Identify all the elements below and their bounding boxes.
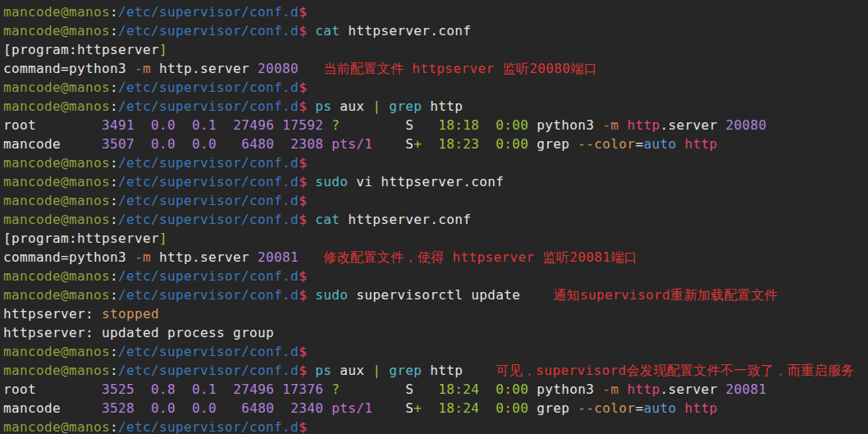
text-segment — [176, 136, 192, 152]
text-segment: 0.0 — [192, 400, 217, 416]
text-segment: aux — [331, 363, 372, 378]
text-segment: S — [340, 381, 438, 397]
text-segment: root — [3, 381, 102, 397]
text-segment: pts/1 — [331, 400, 372, 416]
text-segment: : — [110, 419, 118, 434]
text-segment: $ — [299, 268, 307, 284]
text-segment: [program:httpserver — [3, 42, 159, 57]
text-segment — [217, 117, 233, 133]
terminal-line: mancode@manos:/etc/supervisor/conf.d$ su… — [3, 172, 868, 191]
text-segment: /etc/supervisor/conf.d — [118, 268, 299, 284]
text-segment: -m — [135, 61, 151, 76]
text-segment: mancode@manos — [3, 363, 110, 378]
text-segment: 20080 — [725, 117, 766, 133]
text-segment: /etc/supervisor/conf.d — [118, 193, 299, 208]
text-segment — [274, 400, 290, 416]
text-segment — [135, 381, 151, 397]
text-segment: 0.1 — [192, 381, 217, 397]
text-segment: 0.0 — [151, 117, 176, 133]
text-segment: --color — [578, 400, 635, 416]
text-segment: + — [413, 400, 422, 416]
terminal-line: httpserver: stopped — [3, 304, 868, 323]
text-segment: /etc/supervisor/conf.d — [118, 23, 299, 39]
terminal-output: mancode@manos:/etc/supervisor/conf.d$man… — [0, 0, 868, 434]
text-segment — [422, 400, 438, 416]
text-segment — [381, 98, 389, 114]
text-segment: httpserver.conf — [340, 212, 471, 227]
text-segment: 3528 — [102, 400, 135, 416]
text-segment: + — [413, 136, 422, 152]
text-segment: 18:23 — [438, 136, 479, 152]
text-segment: 6480 — [241, 136, 274, 152]
text-segment: mancode@manos — [3, 4, 110, 20]
text-segment — [479, 381, 496, 397]
text-segment: | — [372, 98, 381, 114]
text-segment — [479, 117, 496, 133]
text-segment: 20081 — [725, 381, 766, 397]
annotation-text: 通知supervisord重新加载配置文件 — [520, 287, 778, 303]
text-segment: grep — [389, 98, 422, 114]
text-segment: /etc/supervisor/conf.d — [118, 174, 299, 190]
text-segment: .server — [660, 381, 725, 397]
text-segment: stopped — [102, 306, 159, 322]
text-segment: 2340 — [290, 400, 323, 416]
text-segment: : — [110, 363, 118, 378]
text-segment: 0:00 — [496, 400, 528, 416]
text-segment: root — [3, 117, 102, 133]
text-segment: : — [110, 4, 118, 20]
text-segment: 27496 — [233, 117, 274, 133]
text-segment: mancode — [3, 400, 102, 416]
text-segment: : — [110, 287, 118, 303]
text-segment: ? — [331, 381, 340, 397]
terminal-line: mancode@manos:/etc/supervisor/conf.d$ ca… — [3, 21, 868, 40]
text-segment: vi httpserver.conf — [348, 174, 504, 190]
text-segment: /etc/supervisor/conf.d — [118, 4, 299, 20]
text-segment: aux — [331, 98, 372, 114]
text-segment — [176, 381, 192, 397]
text-segment: mancode — [3, 136, 102, 152]
text-segment: ] — [159, 42, 167, 57]
text-segment — [307, 174, 315, 190]
terminal-line: [program:httpserver] — [3, 40, 868, 59]
terminal-line: command=python3 -m http.server 20081 修改配… — [3, 248, 868, 267]
text-segment: sudo — [315, 287, 348, 303]
text-segment: -m — [135, 249, 151, 265]
text-segment: pts/1 — [331, 136, 372, 152]
text-segment: cat — [315, 212, 340, 227]
text-segment: | — [372, 363, 381, 378]
text-segment — [381, 363, 389, 378]
text-segment: S — [372, 136, 413, 152]
text-segment: $ — [299, 344, 307, 359]
text-segment: mancode@manos — [3, 419, 110, 434]
terminal-line: mancode@manos:/etc/supervisor/conf.d$ ca… — [3, 210, 868, 229]
text-segment — [217, 381, 233, 397]
terminal-line: mancode@manos:/etc/supervisor/conf.d$ ps… — [3, 97, 868, 116]
text-segment — [274, 117, 282, 133]
text-segment: mancode@manos — [3, 212, 110, 227]
text-segment: 20080 — [258, 61, 299, 76]
text-segment — [619, 117, 627, 133]
text-segment: 3525 — [102, 381, 135, 397]
text-segment — [176, 117, 192, 133]
text-segment: http — [627, 381, 660, 397]
text-segment: : — [110, 23, 118, 39]
text-segment: http — [422, 363, 463, 378]
text-segment: = — [635, 400, 643, 416]
text-segment: .server — [660, 117, 725, 133]
text-segment: 0.8 — [151, 381, 176, 397]
annotation-text: 当前配置文件 httpserver 监听20080端口 — [299, 61, 597, 76]
text-segment: /etc/supervisor/conf.d — [118, 212, 299, 227]
text-segment: mancode@manos — [3, 287, 110, 303]
terminal-line: [program:httpserver] — [3, 229, 868, 248]
text-segment: $ — [299, 287, 307, 303]
text-segment: $ — [299, 193, 307, 208]
text-segment: httpserver: — [3, 306, 102, 322]
text-segment — [274, 136, 290, 152]
text-segment: /etc/supervisor/conf.d — [118, 155, 299, 171]
text-segment — [422, 136, 438, 152]
terminal[interactable]: mancode@manos:/etc/supervisor/conf.d$man… — [0, 0, 868, 434]
text-segment — [274, 381, 282, 397]
text-segment — [307, 287, 315, 303]
text-segment: $ — [299, 174, 307, 190]
text-segment: $ — [299, 80, 307, 95]
